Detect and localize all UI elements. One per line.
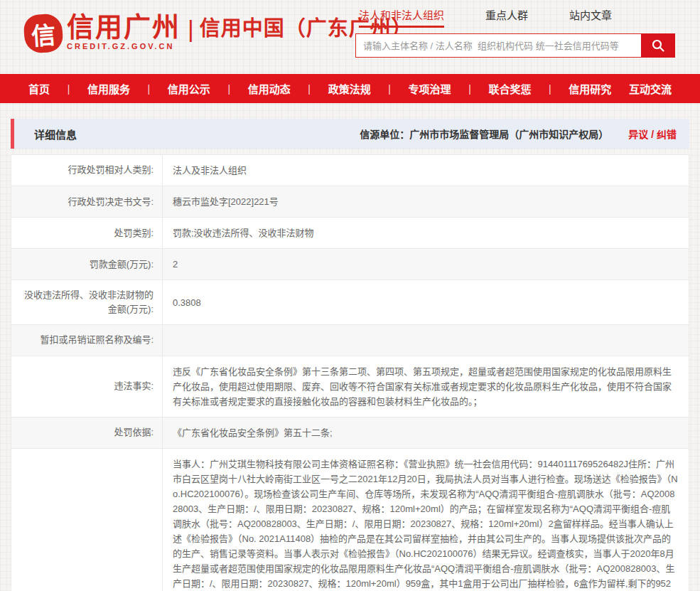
nav-separator: | <box>308 83 311 95</box>
table-row: 当事人：广州艾琪生物科技有限公司主体资格证照名称：《营业执照》统一社会信用代码：… <box>11 449 689 591</box>
row-value-text: 违反《广东省化妆品安全条例》第十三条第二项、第四项、第五项规定，超量或者超范围使… <box>173 364 679 409</box>
nav-separator: | <box>68 83 70 95</box>
row-value <box>163 325 689 355</box>
nav-item-7[interactable]: 信用研究 <box>569 81 611 96</box>
table-row: 行政处罚相对人类别:法人及非法人组织 <box>11 155 689 186</box>
table-row: 处罚类别:罚款;没收违法所得、没收非法财物 <box>11 218 689 249</box>
nav-item-5[interactable]: 专项治理 <box>409 81 451 96</box>
row-label-text: 暂扣或吊销证照名称及编号: <box>40 333 154 347</box>
row-value-text: 法人及非法人组织 <box>173 163 247 178</box>
page-title: 详细信息 <box>34 127 77 142</box>
main-navigation: 首页|信用服务|信用公示|信用动态|政策法规|专项治理|联合奖惩|信用研究互动交… <box>0 74 700 103</box>
top-tab-1[interactable]: 重点人群 <box>485 7 528 28</box>
detail-title-bar: 详细信息 信源单位：广州市市场监督管理局（广州市知识产权局） 异议 / 纠错 <box>11 119 689 149</box>
row-value-text: 穗云市监处字[2022]221号 <box>173 194 279 209</box>
row-label: 暂扣或吊销证照名称及编号: <box>11 325 163 355</box>
row-label: 行政处罚决定书文号: <box>11 186 163 217</box>
header-right: 法人和非法人组织重点人群站内文章 <box>355 7 679 58</box>
logo-title: 信用广州 <box>67 13 181 41</box>
search-category-tabs: 法人和非法人组织重点人群站内文章 <box>355 7 679 28</box>
nav-separator: | <box>549 83 551 95</box>
row-label-text: 行政处罚决定书文号: <box>68 195 154 209</box>
row-value-text: 当事人：广州艾琪生物科技有限公司主体资格证照名称：《营业执照》统一社会信用代码：… <box>173 457 679 591</box>
penalty-detail-table: 行政处罚相对人类别:法人及非法人组织行政处罚决定书文号:穗云市监处字[2022]… <box>11 154 689 591</box>
nav-item-0[interactable]: 首页 <box>28 81 50 96</box>
row-label-text: 处罚类别: <box>114 226 154 240</box>
nav-separator: | <box>148 83 151 95</box>
row-value-text: 2 <box>173 257 178 272</box>
search-bar <box>355 33 675 58</box>
search-button[interactable] <box>641 33 675 58</box>
site-logo[interactable]: 信 信用广州 CREDIT.GZ.GOV.CN | 信用中国（广东广州） <box>24 13 413 53</box>
row-value: 2 <box>163 249 689 279</box>
row-value-text: 罚款;没收违法所得、没收非法财物 <box>173 225 314 240</box>
top-tab-2[interactable]: 站内文章 <box>569 7 612 28</box>
top-tab-0[interactable]: 法人和非法人组织 <box>359 7 444 28</box>
nav-item-6[interactable]: 联合奖惩 <box>488 81 531 96</box>
table-row: 暂扣或吊销证照名称及编号: <box>11 325 689 356</box>
seal-logo-icon: 信 <box>23 13 64 54</box>
row-label-text: 处罚依据: <box>114 425 154 440</box>
row-value: 罚款;没收违法所得、没收非法财物 <box>163 218 689 248</box>
row-label: 违法事实: <box>11 356 163 417</box>
row-label: 没收违法所得、没收非法财物的金额(万元): <box>11 280 163 324</box>
row-value: 《广东省化妆品安全条例》第五十二条; <box>163 417 689 448</box>
nav-separator: | <box>468 83 471 95</box>
nav-separator: | <box>227 83 230 95</box>
row-label: 处罚依据: <box>11 417 163 448</box>
site-header: 信 信用广州 CREDIT.GZ.GOV.CN | 信用中国（广东广州） 法人和… <box>0 0 700 74</box>
row-label-text: 没收违法所得、没收非法财物的金额(万元): <box>20 288 154 316</box>
row-value: 穗云市监处字[2022]221号 <box>163 186 689 217</box>
logo-divider: | <box>188 14 194 43</box>
row-value: 0.3808 <box>163 280 689 324</box>
row-label: 行政处罚相对人类别: <box>11 155 163 186</box>
row-label: 处罚类别: <box>11 218 163 248</box>
table-row: 没收违法所得、没收非法财物的金额(万元):0.3808 <box>11 280 689 325</box>
row-value-text: 0.3808 <box>173 295 201 310</box>
row-label-text: 行政处罚相对人类别: <box>68 163 154 177</box>
source-unit-label: 信源单位：广州市市场监督管理局（广州市知识产权局） <box>360 127 608 141</box>
search-icon <box>651 38 665 53</box>
logo-domain: CREDIT.GZ.GOV.CN <box>67 42 181 50</box>
row-label-text: 违法事实: <box>114 379 154 393</box>
table-row: 罚款金额(万元):2 <box>11 249 689 280</box>
row-value-text: 《广东省化妆品安全条例》第五十二条; <box>173 425 333 440</box>
nav-item-8[interactable]: 互动交流 <box>629 81 672 96</box>
row-value: 违反《广东省化妆品安全条例》第十三条第二项、第四项、第五项规定，超量或者超范围使… <box>163 356 689 417</box>
search-input[interactable] <box>355 33 641 58</box>
nav-item-2[interactable]: 信用公示 <box>168 81 210 96</box>
nav-item-1[interactable]: 信用服务 <box>87 81 130 96</box>
nav-separator: | <box>388 83 391 95</box>
table-row: 处罚依据:《广东省化妆品安全条例》第五十二条; <box>11 417 689 449</box>
row-value: 法人及非法人组织 <box>163 155 689 186</box>
content-area: 详细信息 信源单位：广州市市场监督管理局（广州市知识产权局） 异议 / 纠错 行… <box>11 119 689 591</box>
row-value: 当事人：广州艾琪生物科技有限公司主体资格证照名称：《营业执照》统一社会信用代码：… <box>163 449 689 591</box>
nav-item-3[interactable]: 信用动态 <box>248 81 291 96</box>
table-row: 行政处罚决定书文号:穗云市监处字[2022]221号 <box>11 186 689 218</box>
row-label: 罚款金额(万元): <box>11 249 163 279</box>
nav-item-4[interactable]: 政策法规 <box>328 81 371 96</box>
row-label <box>11 449 163 591</box>
dispute-correction-link[interactable]: 异议 / 纠错 <box>628 127 677 141</box>
table-row: 违法事实:违反《广东省化妆品安全条例》第十三条第二项、第四项、第五项规定，超量或… <box>11 356 689 417</box>
row-label-text: 罚款金额(万元): <box>90 257 154 272</box>
